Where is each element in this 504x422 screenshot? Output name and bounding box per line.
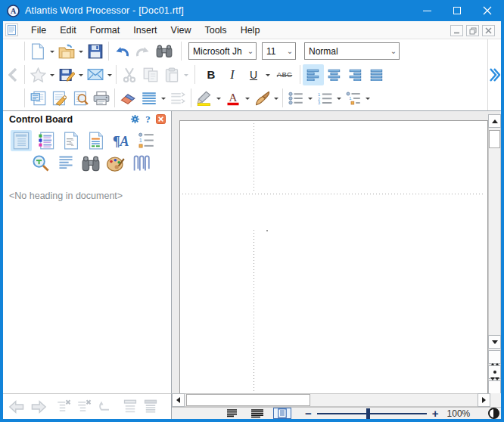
paragraph-tool-tab[interactable] (55, 153, 76, 174)
previous-page-button[interactable] (488, 350, 501, 364)
zoom-slider-thumb[interactable] (366, 408, 370, 419)
undo-button[interactable] (111, 41, 132, 62)
font-color-button[interactable]: A (222, 88, 244, 109)
print-layout-view-button[interactable] (273, 408, 291, 419)
fields-tab[interactable] (61, 130, 82, 151)
print-button[interactable] (91, 88, 112, 109)
bold-button[interactable]: B (201, 64, 222, 85)
toolbar-scroll-right-button[interactable] (487, 39, 501, 110)
zoom-slider[interactable] (317, 408, 427, 419)
vertical-scroll-thumb[interactable] (489, 130, 500, 148)
favorites-dropdown[interactable] (48, 64, 56, 85)
document-icon[interactable] (5, 23, 18, 36)
align-left-button[interactable] (303, 64, 324, 85)
new-document-dropdown[interactable] (48, 41, 56, 62)
control-board-settings-button[interactable] (129, 113, 142, 126)
format-painter-dropdown[interactable] (272, 88, 280, 109)
document-properties-button[interactable] (27, 88, 48, 109)
headings-tab[interactable] (11, 130, 32, 151)
minimize-button[interactable] (412, 0, 442, 21)
back-arrow-icon[interactable] (8, 400, 25, 414)
bullet-list-dropdown[interactable] (306, 88, 314, 109)
numbered-list-button[interactable]: 1 2 3 (314, 88, 335, 109)
print-preview-button[interactable] (70, 88, 91, 109)
document-setup-button[interactable] (48, 88, 70, 109)
zoom-in-button[interactable]: + (432, 410, 439, 417)
underline-button[interactable]: U (243, 64, 264, 85)
scroll-down-button[interactable] (488, 335, 501, 349)
open-button[interactable] (56, 41, 77, 62)
fonts-tab[interactable]: ¶A (110, 130, 132, 151)
mdi-restore-button[interactable] (466, 25, 479, 36)
paste-dropdown[interactable] (182, 64, 190, 85)
horizontal-scrollbar[interactable] (172, 393, 490, 407)
align-justify-button[interactable] (366, 64, 387, 85)
zoom-out-button[interactable]: − (305, 410, 312, 417)
close-button[interactable] (472, 0, 502, 21)
menu-insert[interactable]: Insert (126, 23, 163, 38)
document-area[interactable] (172, 111, 501, 394)
draft-view-button[interactable] (223, 408, 241, 419)
forward-arrow-icon[interactable] (30, 400, 47, 414)
collapse-list-icon[interactable] (123, 399, 138, 414)
scroll-right-button[interactable] (478, 393, 490, 407)
menu-view[interactable]: View (164, 23, 198, 38)
highlight-dropdown[interactable] (215, 88, 222, 109)
expand-list-icon[interactable] (143, 399, 158, 414)
review-tab[interactable] (86, 130, 107, 151)
formatting-marks-button[interactable] (167, 88, 188, 109)
menu-help[interactable]: Help (234, 23, 267, 38)
eraser-button[interactable] (117, 88, 138, 109)
font-name-select[interactable]: Microsoft Jh ⌄ (188, 42, 257, 60)
outline-tab[interactable]: 1 (135, 130, 157, 151)
menu-edit[interactable]: Edit (53, 23, 83, 38)
copy-button[interactable] (140, 64, 161, 85)
bullet-list-button[interactable] (285, 88, 306, 109)
web-view-button[interactable] (248, 408, 266, 419)
font-size-select[interactable]: 11 ⌄ (262, 42, 296, 60)
align-center-button[interactable] (324, 64, 345, 85)
control-board-close-button[interactable] (154, 113, 167, 126)
find-tool-tab[interactable] (80, 153, 101, 174)
format-painter-button[interactable] (251, 88, 272, 109)
horizontal-scroll-thumb[interactable] (186, 394, 310, 406)
new-document-button[interactable] (27, 41, 48, 62)
save-special-button[interactable] (56, 64, 77, 85)
scroll-left-button[interactable] (172, 393, 185, 407)
document-page[interactable] (179, 120, 488, 394)
email-dropdown[interactable] (106, 64, 114, 85)
mdi-minimize-button[interactable] (450, 25, 463, 36)
multilevel-list-button[interactable]: 1 (343, 88, 364, 109)
toolbar-scroll-left-button[interactable] (3, 63, 22, 86)
clips-tool-tab[interactable] (130, 153, 151, 174)
theme-contrast-toggle[interactable] (488, 408, 499, 419)
cut-button[interactable] (119, 64, 140, 85)
scroll-up-button[interactable] (488, 114, 501, 128)
next-page-button[interactable] (488, 380, 501, 394)
numbered-list-dropdown[interactable] (335, 88, 343, 109)
style-select[interactable]: Normal ⌄ (304, 42, 400, 60)
paste-button[interactable] (161, 64, 182, 85)
menu-file[interactable]: File (24, 23, 53, 38)
maximize-button[interactable] (442, 0, 472, 21)
font-color-dropdown[interactable] (244, 88, 251, 109)
promote-heading-icon[interactable] (77, 399, 92, 414)
control-board-help-button[interactable]: ? (142, 113, 154, 126)
strikethrough-button[interactable]: ABC (272, 64, 297, 85)
underline-dropdown[interactable] (264, 64, 272, 85)
styles-tab[interactable] (36, 130, 57, 151)
favorites-button[interactable] (27, 64, 48, 85)
save-special-dropdown[interactable] (77, 64, 85, 85)
redo-button[interactable] (132, 41, 154, 62)
palette-tool-tab[interactable] (105, 153, 126, 174)
highlight-button[interactable] (194, 88, 215, 109)
undo-move-icon[interactable] (98, 399, 113, 414)
find-button[interactable] (154, 41, 175, 62)
multilevel-list-dropdown[interactable] (364, 88, 372, 109)
zoom-tool-tab[interactable] (30, 153, 51, 174)
menu-tools[interactable]: Tools (198, 23, 233, 38)
demote-heading-icon[interactable] (57, 399, 72, 414)
mdi-close-button[interactable] (482, 25, 495, 36)
align-right-button[interactable] (345, 64, 366, 85)
line-spacing-dropdown[interactable] (160, 88, 167, 109)
